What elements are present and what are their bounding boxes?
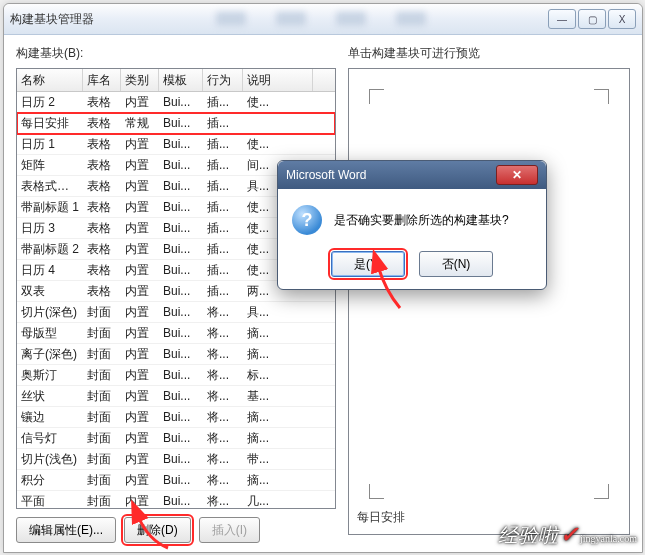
table-row[interactable]: 每日安排表格常规Bui...插...: [17, 113, 335, 134]
minimize-button[interactable]: —: [548, 9, 576, 29]
yes-button[interactable]: 是(Y): [331, 251, 405, 277]
preview-name: 每日安排: [357, 509, 405, 526]
preview-label: 单击构建基块可进行预览: [348, 45, 630, 62]
dialog-close-button[interactable]: ✕: [496, 165, 538, 185]
delete-button[interactable]: 删除(D): [124, 517, 191, 543]
table-row[interactable]: 离子(深色)封面内置Bui...将...摘...: [17, 344, 335, 365]
table-row[interactable]: 镶边封面内置Bui...将...摘...: [17, 407, 335, 428]
dialog-message: 是否确实要删除所选的构建基块?: [334, 212, 509, 229]
table-row[interactable]: 日历 2表格内置Bui...插...使...: [17, 92, 335, 113]
question-icon: ?: [292, 205, 322, 235]
dialog-title: Microsoft Word: [286, 168, 366, 182]
titlebar[interactable]: 构建基块管理器 — ▢ X: [4, 4, 642, 35]
table-row[interactable]: 奥斯汀封面内置Bui...将...标...: [17, 365, 335, 386]
column-header[interactable]: 名称: [17, 69, 83, 91]
close-button[interactable]: X: [608, 9, 636, 29]
watermark: 经验啦 ✓ jingyanla.com: [498, 522, 637, 549]
column-header[interactable]: 类别: [121, 69, 159, 91]
preview-area: 每日安排: [348, 68, 630, 535]
table-body[interactable]: 日历 2表格内置Bui...插...使...每日安排表格常规Bui...插...…: [17, 92, 335, 509]
table-row[interactable]: 平面封面内置Bui...将...几...: [17, 491, 335, 509]
table-row[interactable]: 切片(深色)封面内置Bui...将...具...: [17, 302, 335, 323]
crop-mark: [369, 89, 384, 104]
table-row[interactable]: 日历 1表格内置Bui...插...使...: [17, 134, 335, 155]
building-blocks-label: 构建基块(B):: [16, 45, 336, 62]
table-row[interactable]: 信号灯封面内置Bui...将...摘...: [17, 428, 335, 449]
close-icon: ✕: [512, 168, 522, 182]
column-header[interactable]: 模板: [159, 69, 203, 91]
table-header[interactable]: 名称库名类别模板行为说明: [17, 69, 335, 92]
blurred-area: [94, 12, 548, 26]
dialog-titlebar[interactable]: Microsoft Word ✕: [278, 161, 546, 189]
column-header[interactable]: 行为: [203, 69, 243, 91]
no-button[interactable]: 否(N): [419, 251, 493, 277]
maximize-button[interactable]: ▢: [578, 9, 606, 29]
checkmark-icon: ✓: [560, 522, 578, 548]
table-row[interactable]: 母版型封面内置Bui...将...摘...: [17, 323, 335, 344]
confirm-delete-dialog: Microsoft Word ✕ ? 是否确实要删除所选的构建基块? 是(Y) …: [277, 160, 547, 290]
crop-mark: [369, 484, 384, 499]
edit-properties-button[interactable]: 编辑属性(E)...: [16, 517, 116, 543]
table-row[interactable]: 丝状封面内置Bui...将...基...: [17, 386, 335, 407]
window-title: 构建基块管理器: [10, 11, 94, 28]
column-header[interactable]: 说明: [243, 69, 313, 91]
table-row[interactable]: 积分封面内置Bui...将...摘...: [17, 470, 335, 491]
crop-mark: [594, 89, 609, 104]
insert-button: 插入(I): [199, 517, 260, 543]
column-header[interactable]: 库名: [83, 69, 121, 91]
table-row[interactable]: 切片(浅色)封面内置Bui...将...带...: [17, 449, 335, 470]
crop-mark: [594, 484, 609, 499]
